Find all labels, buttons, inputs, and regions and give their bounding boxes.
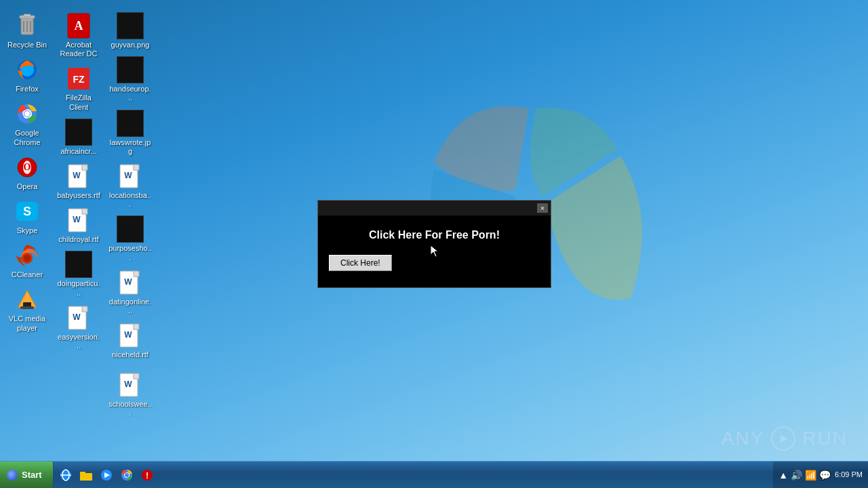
show-hidden-icons[interactable]: ▲	[778, 470, 788, 481]
svg-text:W: W	[73, 171, 81, 180]
start-button[interactable]: Start	[0, 462, 54, 489]
popup-title-bar: ×	[318, 201, 551, 216]
easyversion-label: easyversion...	[57, 333, 100, 350]
taskbar-chrome-icon[interactable]	[117, 466, 136, 485]
icon-column-4: W schoolswee...	[106, 365, 155, 420]
svg-marker-51	[781, 434, 787, 443]
locationsba-icon-item[interactable]: W locationsba...	[106, 160, 155, 211]
taskbar-folder-icon[interactable]	[77, 466, 96, 485]
schoolswee-icon-item[interactable]: W schoolswee...	[106, 369, 155, 420]
svg-rect-23	[20, 306, 34, 309]
svg-rect-39	[134, 165, 139, 170]
network-icon[interactable]: 📶	[805, 470, 816, 481]
niceheld-icon-item[interactable]: W niceheld.rtf	[106, 319, 155, 362]
childroyal-icon-item[interactable]: W childroyal.rtf	[54, 204, 103, 247]
svg-text:W: W	[124, 277, 132, 287]
opera-label: Opera	[17, 182, 38, 191]
guyvan-icon-item[interactable]: guyvan.png	[106, 9, 155, 52]
babyusers-label: babyusers.rtf	[57, 191, 100, 200]
vlc-icon-item[interactable]: VLC media player	[3, 283, 52, 335]
purposesho-icon-item[interactable]: purposesho...	[106, 213, 155, 264]
icon-column-2: A Acrobat Reader DC FZ FileZilla Client …	[54, 5, 103, 353]
childroyal-label: childroyal.rtf	[58, 235, 98, 244]
locationsba-label: locationsba...	[108, 191, 152, 209]
svg-text:W: W	[124, 330, 132, 340]
anyrun-play-icon	[771, 426, 795, 451]
icon-column-1: Recycle Bin Firefox	[3, 5, 52, 336]
acrobat-icon-item[interactable]: A Acrobat Reader DC	[54, 9, 103, 61]
svg-text:W: W	[73, 312, 81, 322]
firefox-label: Firefox	[16, 85, 39, 94]
svg-text:O: O	[24, 162, 31, 172]
svg-point-19	[24, 255, 31, 262]
popup-click-here-button[interactable]: Click Here!	[329, 255, 392, 271]
schoolswee-label: schoolswee...	[108, 400, 152, 418]
doingpartic-label: doingparticu...	[57, 279, 100, 297]
popup-headline: Click Here For Free Porn!	[329, 229, 540, 241]
svg-text:A: A	[75, 19, 83, 33]
svg-text:W: W	[124, 171, 132, 180]
firefox-icon-item[interactable]: Firefox	[3, 54, 52, 96]
taskbar-security-icon[interactable]: !	[138, 466, 157, 485]
svg-rect-2	[24, 14, 31, 16]
taskbar-ie-icon[interactable]	[56, 466, 75, 485]
lawswrote-icon-item[interactable]: lawswrote.jpg	[106, 107, 155, 159]
opera-icon-item[interactable]: O Opera	[3, 151, 52, 194]
popup-close-button[interactable]: ×	[537, 203, 548, 213]
svg-text:S: S	[23, 205, 31, 218]
datingonline-icon-item[interactable]: W datingonline...	[106, 266, 155, 318]
clock-time: 6:09 PM	[835, 470, 863, 480]
recycle-bin-icon[interactable]: Recycle Bin	[3, 9, 52, 52]
acrobat-label: Acrobat Reader DC	[57, 41, 100, 58]
handseurop-label: handseurop...	[108, 85, 152, 102]
popup-dialog: × Click Here For Free Porn! Click Here!	[317, 200, 551, 288]
niceheld-label: niceheld.rtf	[112, 350, 149, 359]
ccleaner-icon-item[interactable]: CCleaner	[3, 239, 52, 282]
svg-text:!: !	[146, 471, 149, 481]
icon-column-3: guyvan.png handseurop... lawswrote.jpg	[106, 5, 155, 362]
babyusers-icon-item[interactable]: W babyusers.rtf	[54, 160, 103, 203]
africainc-label: africaincr...	[60, 147, 96, 156]
action-center-icon[interactable]: 💬	[819, 470, 831, 481]
svg-rect-33	[82, 209, 87, 214]
filezilla-icon-item[interactable]: FZ FileZilla Client	[54, 62, 103, 114]
start-orb	[7, 470, 18, 481]
filezilla-label: FileZilla Client	[57, 94, 100, 111]
svg-text:FZ: FZ	[73, 74, 85, 85]
system-clock[interactable]: 6:09 PM	[835, 470, 863, 480]
google-chrome-icon-item[interactable]: Google Chrome	[3, 98, 52, 149]
system-tray: ▲ 🔊 📶 💬 6:09 PM	[773, 462, 868, 488]
popup-body: Click Here For Free Porn! Click Here!	[318, 216, 551, 287]
skype-icon-item[interactable]: S Skype	[3, 195, 52, 238]
doingpartic-icon-item[interactable]: doingparticu...	[54, 248, 103, 300]
volume-icon[interactable]: 🔊	[791, 470, 802, 481]
recycle-bin-label: Recycle Bin	[7, 41, 47, 49]
purposesho-label: purposesho...	[108, 244, 152, 262]
handseurop-icon-item[interactable]: handseurop...	[106, 54, 155, 105]
svg-rect-42	[134, 271, 139, 277]
anyrun-watermark: ANY RUN	[722, 426, 848, 451]
africainc-icon-item[interactable]: africaincr...	[54, 116, 103, 159]
svg-rect-30	[82, 165, 87, 170]
start-label: Start	[22, 470, 42, 480]
desktop: Recycle Bin Firefox	[0, 0, 156, 474]
svg-rect-48	[134, 373, 139, 379]
svg-rect-56	[80, 472, 85, 474]
taskbar-media-icon[interactable]	[97, 466, 116, 485]
system-tray-icons: ▲ 🔊 📶 💬	[778, 470, 831, 481]
taskbar: Start	[0, 461, 868, 488]
svg-point-11	[24, 111, 30, 117]
svg-rect-45	[134, 324, 139, 329]
easyversion-icon-item[interactable]: W easyversion...	[54, 302, 103, 353]
anyrun-text-run: RUN	[802, 428, 848, 449]
vlc-label: VLC media player	[5, 314, 49, 332]
skype-label: Skype	[17, 226, 38, 235]
svg-point-61	[125, 473, 129, 477]
guyvan-label: guyvan.png	[111, 41, 150, 49]
taskbar-apps: !	[54, 466, 774, 485]
lawswrote-label: lawswrote.jpg	[108, 138, 152, 156]
svg-text:W: W	[73, 215, 81, 224]
svg-text:W: W	[124, 380, 132, 389]
datingonline-label: datingonline...	[108, 298, 152, 315]
anyrun-text-any: ANY	[722, 428, 765, 449]
